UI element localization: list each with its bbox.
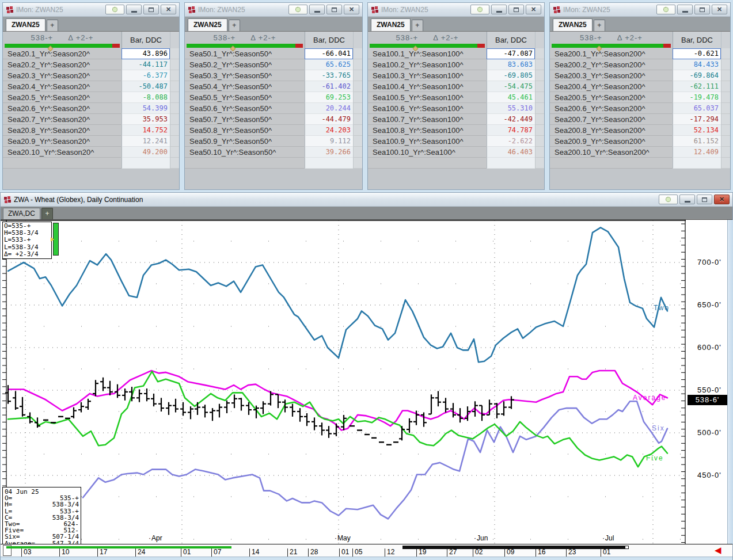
column-header[interactable]: Bar, DDC bbox=[487, 32, 535, 48]
column-header[interactable]: Bar, DDC bbox=[673, 32, 721, 48]
study-value-cell[interactable]: 65.037 bbox=[673, 103, 721, 114]
study-value-cell[interactable]: -2.622 bbox=[487, 136, 535, 147]
study-value-cell[interactable]: -44.117 bbox=[121, 59, 170, 70]
study-value-cell[interactable]: 83.683 bbox=[487, 59, 535, 70]
study-value-cell[interactable]: 35.953 bbox=[121, 114, 170, 125]
study-value-cell[interactable]: 69.253 bbox=[305, 92, 353, 103]
study-name-cell[interactable]: Sea200.10_Yr^:Season200^ bbox=[550, 147, 673, 158]
restore-button[interactable] bbox=[326, 5, 342, 14]
chart-titlebar[interactable]: ZWA - Wheat (Globex), Daily Continuation… bbox=[1, 193, 732, 207]
study-name-cell[interactable]: Sea50.8_Yr^:Season50^ bbox=[185, 125, 305, 136]
study-name-cell[interactable]: Sea100.4_Yr^:Season100^ bbox=[368, 81, 487, 92]
vertical-zoom-slider[interactable] bbox=[53, 223, 59, 256]
column-header[interactable]: Bar, DDC bbox=[305, 32, 353, 48]
study-value-cell[interactable]: -8.088 bbox=[121, 92, 170, 103]
study-name-cell[interactable]: Sea20.2_Yr^:Season20^ bbox=[3, 59, 121, 70]
study-name-cell[interactable]: Sea50.7_Yr^:Season50^ bbox=[185, 114, 305, 125]
study-name-cell[interactable]: Sea20.6_Yr^:Season20^ bbox=[3, 103, 121, 114]
study-name-cell[interactable]: Sea20.3_Yr^:Season20^ bbox=[3, 70, 121, 81]
study-name-cell[interactable]: Sea200.3_Yr^:Season200^ bbox=[550, 70, 673, 81]
study-value-cell[interactable]: 55.310 bbox=[487, 103, 535, 114]
study-name-cell[interactable]: Sea50.3_Yr^:Season50^ bbox=[185, 70, 305, 81]
study-value-cell[interactable]: 45.461 bbox=[487, 92, 535, 103]
study-name-cell[interactable]: Sea20.4_Yr^:Season20^ bbox=[3, 81, 121, 92]
study-name-cell[interactable]: Sea20.5_Yr^:Season20^ bbox=[3, 92, 121, 103]
study-value-cell[interactable]: -42.449 bbox=[487, 114, 535, 125]
study-name-cell[interactable]: Sea100.7_Yr^:Season100^ bbox=[368, 114, 487, 125]
restore-button[interactable] bbox=[694, 5, 710, 14]
blink-indicator-button[interactable] bbox=[105, 5, 124, 14]
study-name-cell[interactable]: Sea200.6_Yr^:Season200^ bbox=[550, 103, 673, 114]
minimize-button[interactable] bbox=[677, 5, 693, 14]
study-name-cell[interactable]: Sea200.5_Yr^:Season200^ bbox=[550, 92, 673, 103]
add-tab-button[interactable]: + bbox=[594, 20, 605, 31]
study-value-cell[interactable]: -62.111 bbox=[673, 81, 721, 92]
symbol-tab[interactable]: ZWAN25 bbox=[371, 18, 411, 31]
minimize-button[interactable] bbox=[309, 5, 325, 14]
chart-plot-area[interactable]: 700-0'650-0'600-0'550-0'500-0'450-0' 538… bbox=[1, 220, 733, 544]
symbol-tab[interactable]: ZWAN25 bbox=[553, 18, 593, 31]
add-tab-button[interactable]: + bbox=[412, 20, 423, 31]
imon-titlebar[interactable]: IMon: ZWAN25 ✕ bbox=[3, 3, 179, 17]
blink-indicator-button[interactable] bbox=[656, 5, 675, 14]
study-name-cell[interactable]: Sea200.2_Yr^:Season200^ bbox=[550, 59, 673, 70]
study-name-cell[interactable]: Sea50.9_Yr^:Season50^ bbox=[185, 136, 305, 147]
study-value-cell[interactable]: 12.241 bbox=[121, 136, 170, 147]
study-value-cell[interactable]: 43.896 bbox=[121, 48, 170, 59]
minimize-button[interactable] bbox=[679, 195, 695, 204]
study-value-cell[interactable]: -6.377 bbox=[121, 70, 170, 81]
study-value-cell[interactable]: 74.787 bbox=[487, 125, 535, 136]
study-name-cell[interactable]: Sea100.5_Yr^:Season100^ bbox=[368, 92, 487, 103]
study-name-cell[interactable]: Sea200.7_Yr^:Season200^ bbox=[550, 114, 673, 125]
study-value-cell[interactable]: 39.266 bbox=[305, 147, 353, 158]
close-button[interactable]: ✕ bbox=[526, 5, 541, 14]
study-value-cell[interactable]: -66.041 bbox=[305, 48, 353, 59]
study-value-cell[interactable]: 46.403 bbox=[487, 147, 535, 158]
study-value-cell[interactable]: -61.402 bbox=[305, 81, 353, 92]
minimize-button[interactable] bbox=[491, 5, 507, 14]
study-value-cell[interactable]: -0.621 bbox=[673, 48, 721, 59]
close-button[interactable]: ✕ bbox=[714, 195, 730, 204]
restore-button[interactable] bbox=[697, 195, 712, 204]
imon-titlebar[interactable]: IMon: ZWAN25 ✕ bbox=[185, 3, 362, 17]
study-name-cell[interactable]: Sea100.2_Yr^:Season100^ bbox=[368, 59, 487, 70]
study-name-cell[interactable]: Sea20.1_Yr^:Season20^ bbox=[3, 48, 121, 59]
study-name-cell[interactable]: Sea50.1_Yr^:Season50^ bbox=[185, 48, 305, 59]
study-value-cell[interactable]: 20.244 bbox=[305, 103, 353, 114]
restore-button[interactable] bbox=[508, 5, 524, 14]
column-header[interactable]: Bar, DDC bbox=[121, 32, 170, 48]
study-name-cell[interactable]: Sea100.3_Yr^:Season100^ bbox=[368, 70, 487, 81]
jump-to-end-arrow-icon[interactable]: ◀ bbox=[715, 545, 721, 555]
study-name-cell[interactable]: Sea20.9_Yr^:Season20^ bbox=[3, 136, 121, 147]
close-button[interactable]: ✕ bbox=[161, 5, 176, 14]
blink-indicator-button[interactable] bbox=[288, 5, 307, 14]
study-name-cell[interactable]: Sea20.8_Yr^:Season20^ bbox=[3, 125, 121, 136]
study-name-cell[interactable]: Sea100.6_Yr^:Season100^ bbox=[368, 103, 487, 114]
study-name-cell[interactable]: Sea50.6_Yr^:Season50^ bbox=[185, 103, 305, 114]
study-value-cell[interactable]: -54.475 bbox=[487, 81, 535, 92]
chart-tab[interactable]: ZWA,DC bbox=[3, 208, 40, 219]
study-name-cell[interactable]: Sea100.10_Yr^:Sea100^ bbox=[368, 147, 487, 158]
study-value-cell[interactable]: -17.294 bbox=[673, 114, 721, 125]
study-value-cell[interactable]: -33.765 bbox=[305, 70, 353, 81]
restore-button[interactable] bbox=[143, 5, 159, 14]
study-value-cell[interactable]: -47.087 bbox=[487, 48, 535, 59]
study-value-cell[interactable]: -69.805 bbox=[487, 70, 535, 81]
study-name-cell[interactable]: Sea20.7_Yr^:Season20^ bbox=[3, 114, 121, 125]
study-value-cell[interactable]: 12.409 bbox=[673, 147, 721, 158]
study-name-cell[interactable]: Sea200.1_Yr^:Season200^ bbox=[550, 48, 673, 59]
study-value-cell[interactable]: 14.752 bbox=[121, 125, 170, 136]
study-name-cell[interactable]: Sea50.5_Yr^:Season50^ bbox=[185, 92, 305, 103]
symbol-tab[interactable]: ZWAN25 bbox=[188, 18, 227, 31]
study-value-cell[interactable]: -44.479 bbox=[305, 114, 353, 125]
study-name-cell[interactable]: Sea20.10_Yr^:Season20^ bbox=[3, 147, 121, 158]
minimize-button[interactable] bbox=[126, 5, 142, 14]
add-tab-button[interactable]: + bbox=[47, 20, 58, 31]
blink-indicator-button[interactable] bbox=[659, 195, 678, 204]
study-value-cell[interactable]: 49.200 bbox=[121, 147, 170, 158]
study-value-cell[interactable]: 84.433 bbox=[673, 59, 721, 70]
study-value-cell[interactable]: 54.399 bbox=[121, 103, 170, 114]
study-value-cell[interactable]: -50.487 bbox=[121, 81, 170, 92]
study-value-cell[interactable]: 65.625 bbox=[305, 59, 353, 70]
study-value-cell[interactable]: -69.864 bbox=[673, 70, 721, 81]
